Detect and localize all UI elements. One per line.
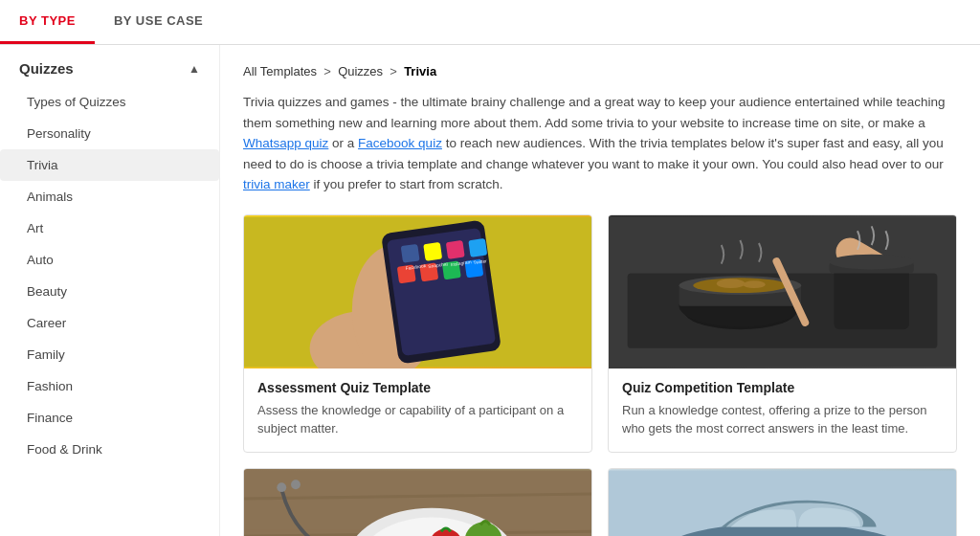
svg-point-31: [830, 255, 914, 270]
svg-point-26: [743, 280, 766, 288]
svg-rect-29: [834, 264, 908, 330]
top-navigation: BY TYPE BY USE CASE: [0, 0, 980, 45]
facebook-quiz-link[interactable]: Facebook quiz: [358, 136, 442, 150]
sidebar-section-label: Quizzes: [19, 60, 74, 77]
content-area: All Templates > Quizzes > Trivia Trivia …: [220, 45, 980, 536]
sidebar-item-trivia[interactable]: Trivia: [0, 149, 219, 181]
description-text-4: if you prefer to start from scratch.: [310, 177, 503, 191]
trivia-maker-link[interactable]: trivia maker: [243, 177, 310, 191]
svg-rect-6: [423, 242, 442, 261]
breadcrumb-all-templates[interactable]: All Templates: [243, 64, 317, 78]
card-title-competition: Quiz Competition Template: [622, 380, 943, 395]
card-image-car: [609, 469, 956, 536]
card-image-phone: Facebook Snapchat Instagram Twitter: [244, 215, 591, 368]
sidebar-item-food-drink[interactable]: Food & Drink: [0, 434, 219, 465]
card-desc-assessment: Assess the knowledge or capability of a …: [257, 401, 578, 438]
chevron-up-icon: ▲: [189, 62, 200, 76]
sidebar: Quizzes ▲ Types of Quizzes Personality T…: [0, 45, 220, 536]
breadcrumb: All Templates > Quizzes > Trivia: [243, 64, 957, 78]
template-grid: Facebook Snapchat Instagram Twitter Asse…: [243, 214, 957, 536]
template-card-assessment-quiz[interactable]: Facebook Snapchat Instagram Twitter Asse…: [243, 214, 592, 453]
page-description: Trivia quizzes and games - the ultimate …: [243, 92, 957, 195]
sidebar-item-fashion[interactable]: Fashion: [0, 370, 219, 402]
sidebar-item-family[interactable]: Family: [0, 339, 219, 370]
card-body-competition: Quiz Competition Template Run a knowledg…: [609, 368, 956, 452]
sidebar-item-auto[interactable]: Auto: [0, 244, 219, 276]
template-card-car-quiz[interactable]: Car Quiz Template Test knowledge on cars…: [608, 468, 957, 536]
tab-by-type[interactable]: BY TYPE: [0, 0, 95, 44]
sidebar-section-header[interactable]: Quizzes ▲: [0, 45, 219, 86]
whatsapp-quiz-link[interactable]: Whatsapp quiz: [243, 136, 328, 150]
main-layout: Quizzes ▲ Types of Quizzes Personality T…: [0, 45, 980, 536]
sidebar-item-animals[interactable]: Animals: [0, 181, 219, 212]
svg-rect-7: [446, 240, 465, 259]
breadcrumb-current: Trivia: [404, 64, 436, 78]
sidebar-item-art[interactable]: Art: [0, 212, 219, 244]
breadcrumb-quizzes[interactable]: Quizzes: [338, 64, 383, 78]
card-body-assessment: Assessment Quiz Template Assess the know…: [244, 368, 591, 452]
sidebar-item-beauty[interactable]: Beauty: [0, 276, 219, 307]
sidebar-item-types-of-quizzes[interactable]: Types of Quizzes: [0, 86, 219, 118]
svg-point-38: [277, 482, 286, 492]
svg-point-25: [717, 279, 745, 288]
svg-rect-5: [401, 244, 420, 263]
description-text-2: or a: [328, 136, 358, 150]
sidebar-item-finance[interactable]: Finance: [0, 402, 219, 434]
description-text-1: Trivia quizzes and games - the ultimate …: [243, 95, 945, 130]
template-card-health-quiz[interactable]: Health Quiz Template Test knowledge on h…: [243, 468, 592, 536]
template-card-quiz-competition[interactable]: Quiz Competition Template Run a knowledg…: [608, 214, 957, 453]
sidebar-item-personality[interactable]: Personality: [0, 118, 219, 149]
svg-point-39: [291, 480, 301, 489]
card-image-food: [244, 469, 591, 536]
sidebar-item-career[interactable]: Career: [0, 307, 219, 339]
card-title-assessment: Assessment Quiz Template: [257, 380, 578, 395]
card-image-cooking: [609, 215, 956, 368]
svg-rect-8: [468, 238, 487, 257]
tab-by-use-case[interactable]: BY USE CASE: [95, 0, 222, 44]
card-desc-competition: Run a knowledge contest, offering a priz…: [622, 401, 943, 438]
